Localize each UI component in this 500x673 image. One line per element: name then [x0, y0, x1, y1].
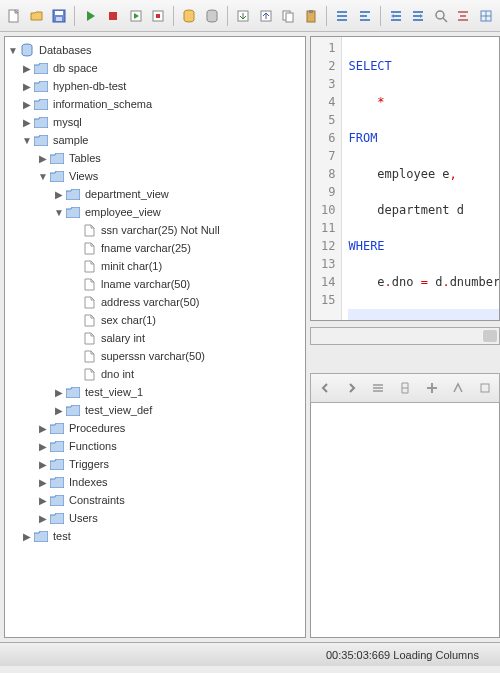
expand-icon[interactable]: ▶: [37, 441, 49, 452]
tree-item-triggers[interactable]: ▶ Triggers: [5, 455, 305, 473]
grid-button[interactable]: [476, 5, 496, 27]
tree-label: sex char(1): [99, 314, 156, 326]
sql-operator: .: [385, 275, 392, 289]
folder-icon: [65, 387, 81, 398]
svg-point-16: [436, 11, 444, 19]
sql-editor[interactable]: 123456789101112131415 SELECT * FROM empl…: [310, 36, 500, 321]
svg-rect-13: [286, 13, 293, 22]
copy-button[interactable]: [278, 5, 298, 27]
folder-icon: [49, 459, 65, 470]
tree-column-item[interactable]: ▶lname varchar(50): [5, 275, 305, 293]
result-action-button[interactable]: [448, 377, 469, 399]
tree-item-users[interactable]: ▶ Users: [5, 509, 305, 527]
collapse-icon[interactable]: ▼: [37, 171, 49, 182]
result-nav-button[interactable]: [315, 377, 336, 399]
expand-icon[interactable]: ▶: [37, 477, 49, 488]
database-tree[interactable]: ▼ Databases ▶ db space ▶ hyphen-db-test …: [4, 36, 306, 638]
expand-icon[interactable]: ▶: [53, 405, 65, 416]
folder-icon: [33, 117, 49, 128]
tree-item-functions[interactable]: ▶ Functions: [5, 437, 305, 455]
expand-icon[interactable]: ▶: [21, 63, 33, 74]
save-button[interactable]: [49, 5, 69, 27]
tree-label: Functions: [67, 440, 117, 452]
expand-icon[interactable]: ▶: [21, 531, 33, 542]
paste-button[interactable]: [300, 5, 320, 27]
sql-keyword: SELECT: [348, 59, 391, 73]
column-icon: [81, 368, 97, 381]
align-button-2[interactable]: [354, 5, 374, 27]
indent-left-button[interactable]: [386, 5, 406, 27]
expand-icon[interactable]: ▶: [21, 99, 33, 110]
tree-item-hyphen[interactable]: ▶ hyphen-db-test: [5, 77, 305, 95]
tree-item-procedures[interactable]: ▶ Procedures: [5, 419, 305, 437]
tree-label: sample: [51, 134, 88, 146]
expand-icon[interactable]: ▶: [21, 81, 33, 92]
expand-icon[interactable]: ▶: [21, 117, 33, 128]
expand-icon[interactable]: ▶: [37, 423, 49, 434]
collapse-icon[interactable]: ▼: [21, 135, 33, 146]
result-action-button[interactable]: [395, 377, 416, 399]
expand-icon[interactable]: ▼: [7, 45, 19, 56]
code-content[interactable]: SELECT * FROM employee e, department d W…: [342, 37, 500, 320]
result-action-button[interactable]: [474, 377, 495, 399]
result-action-button[interactable]: [421, 377, 442, 399]
tree-item-test[interactable]: ▶ test: [5, 527, 305, 545]
tree-column-item[interactable]: ▶superssn varchar(50): [5, 347, 305, 365]
result-action-button[interactable]: [368, 377, 389, 399]
tree-item-views[interactable]: ▼ Views: [5, 167, 305, 185]
find-button[interactable]: [431, 5, 451, 27]
tree-column-item[interactable]: ▶fname varchar(25): [5, 239, 305, 257]
expand-icon[interactable]: ▶: [37, 459, 49, 470]
sql-text: department d: [348, 203, 464, 217]
toolbar-separator: [74, 6, 75, 26]
tree-item-info-schema[interactable]: ▶ information_schema: [5, 95, 305, 113]
tree-item-sample[interactable]: ▼ sample: [5, 131, 305, 149]
tree-column-item[interactable]: ▶ssn varchar(25) Not Null: [5, 221, 305, 239]
collapse-icon[interactable]: ▼: [53, 207, 65, 218]
tree-item-dept-view[interactable]: ▶ department_view: [5, 185, 305, 203]
expand-icon[interactable]: ▶: [53, 189, 65, 200]
tree-column-item[interactable]: ▶dno int: [5, 365, 305, 383]
sql-operator: ,: [450, 167, 457, 181]
db-button-2[interactable]: [202, 5, 222, 27]
tree-item-constraints[interactable]: ▶ Constraints: [5, 491, 305, 509]
db-button-1[interactable]: [179, 5, 199, 27]
tree-column-item[interactable]: ▶minit char(1): [5, 257, 305, 275]
tree-item-test-view-def[interactable]: ▶ test_view_def: [5, 401, 305, 419]
run-button[interactable]: [80, 5, 100, 27]
tree-label: dno int: [99, 368, 134, 380]
expand-icon[interactable]: ▶: [37, 513, 49, 524]
results-panel[interactable]: [310, 403, 500, 638]
tree-root[interactable]: ▼ Databases: [5, 41, 305, 59]
tree-column-item[interactable]: ▶salary int: [5, 329, 305, 347]
tree-label: test: [51, 530, 71, 542]
indent-right-button[interactable]: [408, 5, 428, 27]
result-nav-button[interactable]: [342, 377, 363, 399]
tree-item-mysql[interactable]: ▶ mysql: [5, 113, 305, 131]
horizontal-scrollbar[interactable]: [310, 327, 500, 345]
tree-item-emp-view[interactable]: ▼ employee_view: [5, 203, 305, 221]
tree-label: Procedures: [67, 422, 125, 434]
open-button[interactable]: [26, 5, 46, 27]
expand-icon[interactable]: ▶: [53, 387, 65, 398]
expand-icon[interactable]: ▶: [37, 153, 49, 164]
stop-alt-button[interactable]: [148, 5, 168, 27]
tree-column-item[interactable]: ▶address varchar(50): [5, 293, 305, 311]
tree-label: Users: [67, 512, 98, 524]
format-button[interactable]: [453, 5, 473, 27]
expand-icon[interactable]: ▶: [37, 495, 49, 506]
tree-item-indexes[interactable]: ▶ Indexes: [5, 473, 305, 491]
import-button[interactable]: [256, 5, 276, 27]
run-alt-button[interactable]: [125, 5, 145, 27]
column-icon: [81, 296, 97, 309]
new-file-button[interactable]: [4, 5, 24, 27]
stop-button[interactable]: [103, 5, 123, 27]
align-button-1[interactable]: [332, 5, 352, 27]
sql-text: dno: [392, 275, 421, 289]
tree-item-tables[interactable]: ▶ Tables: [5, 149, 305, 167]
export-button[interactable]: [233, 5, 253, 27]
tree-item-test-view-1[interactable]: ▶ test_view_1: [5, 383, 305, 401]
sql-text: [348, 95, 377, 109]
tree-item-db-space[interactable]: ▶ db space: [5, 59, 305, 77]
tree-column-item[interactable]: ▶sex char(1): [5, 311, 305, 329]
